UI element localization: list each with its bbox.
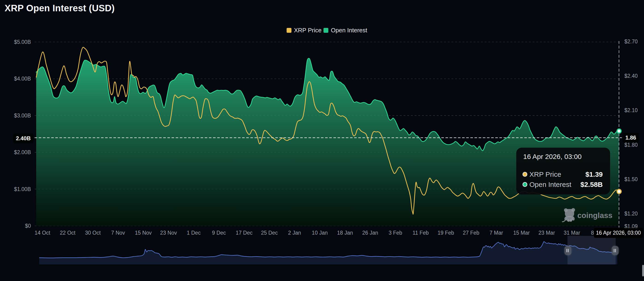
- svg-text:coinglass: coinglass: [577, 211, 612, 220]
